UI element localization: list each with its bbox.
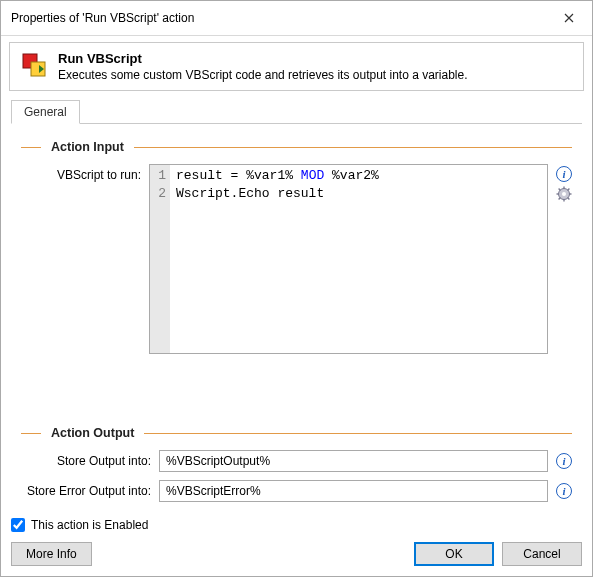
run-vbscript-icon — [20, 51, 48, 82]
svg-line-12 — [559, 198, 561, 200]
section-input-label: Action Input — [51, 140, 124, 154]
info-icon[interactable]: i — [556, 483, 572, 499]
tab-general[interactable]: General — [11, 100, 80, 124]
store-error-label: Store Error Output into: — [21, 484, 151, 498]
enabled-checkbox[interactable] — [11, 518, 25, 532]
tab-panel-general: Action Input VBScript to run: 1 2 result… — [11, 124, 582, 518]
close-icon — [564, 13, 574, 23]
title-bar: Properties of 'Run VBScript' action — [1, 1, 592, 36]
section-heading-input: Action Input — [21, 140, 572, 154]
svg-line-10 — [568, 198, 570, 200]
action-title: Run VBScript — [58, 51, 468, 66]
svg-point-4 — [562, 192, 566, 196]
section-heading-output: Action Output — [21, 426, 572, 440]
section-output-label: Action Output — [51, 426, 134, 440]
store-output-row: Store Output into: i — [21, 450, 572, 472]
store-output-label: Store Output into: — [21, 454, 151, 468]
store-output-field[interactable] — [159, 450, 548, 472]
store-error-row: Store Error Output into: i — [21, 480, 572, 502]
window-title: Properties of 'Run VBScript' action — [11, 11, 194, 25]
vbscript-row: VBScript to run: 1 2 result = %var1% MOD… — [21, 164, 572, 354]
action-header: Run VBScript Executes some custom VBScri… — [9, 42, 584, 91]
svg-line-9 — [559, 189, 561, 191]
line-number: 2 — [152, 185, 166, 203]
code-content[interactable]: result = %var1% MOD %var2% Wscript.Echo … — [170, 165, 547, 353]
line-number: 1 — [152, 167, 166, 185]
info-icon[interactable]: i — [556, 453, 572, 469]
close-button[interactable] — [554, 7, 584, 29]
svg-line-11 — [568, 189, 570, 191]
button-row: More Info OK Cancel — [11, 542, 582, 566]
ok-button[interactable]: OK — [414, 542, 494, 566]
vbscript-label: VBScript to run: — [21, 164, 141, 182]
tab-strip: General — [11, 99, 582, 124]
vbscript-editor[interactable]: 1 2 result = %var1% MOD %var2% Wscript.E… — [149, 164, 548, 354]
enabled-row[interactable]: This action is Enabled — [11, 518, 582, 532]
store-error-field[interactable] — [159, 480, 548, 502]
action-description: Executes some custom VBScript code and r… — [58, 68, 468, 82]
gear-icon[interactable] — [556, 186, 572, 202]
dialog-footer: This action is Enabled More Info OK Canc… — [11, 518, 582, 566]
info-icon[interactable]: i — [556, 166, 572, 182]
enabled-label: This action is Enabled — [31, 518, 148, 532]
code-gutter: 1 2 — [150, 165, 170, 353]
more-info-button[interactable]: More Info — [11, 542, 92, 566]
cancel-button[interactable]: Cancel — [502, 542, 582, 566]
